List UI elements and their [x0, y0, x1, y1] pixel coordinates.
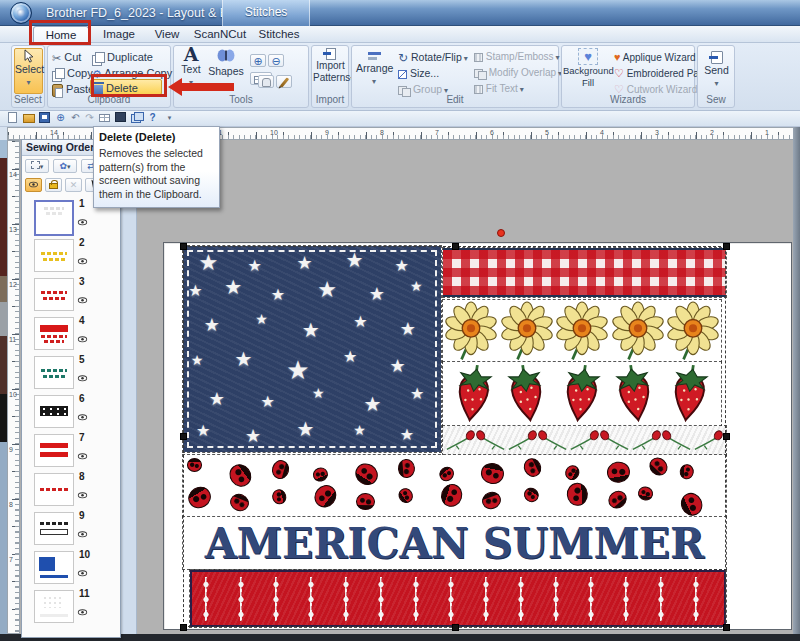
rotate-flip-button[interactable]: ↻ Rotate/Flip▾	[398, 49, 468, 65]
tab-scanncut[interactable]: ScanNCut	[191, 26, 249, 43]
visibility-eye-icon[interactable]	[78, 564, 87, 579]
copy-icon	[52, 68, 64, 80]
selection-handle[interactable]	[723, 624, 730, 631]
strawberry-motif	[498, 360, 557, 432]
zoom-out-button[interactable]: ⊖	[268, 54, 284, 67]
import-patterns-button[interactable]: Import Patterns▾	[313, 48, 348, 85]
daisy-row-pattern[interactable]	[443, 300, 721, 362]
send-button[interactable]: Send▾	[700, 48, 733, 90]
select-tool-button[interactable]: Select ▾	[14, 48, 43, 94]
sewing-order-item[interactable]: 7	[22, 432, 120, 470]
ladybug-motif	[397, 458, 416, 478]
zoom-button[interactable]: ⊕	[53, 112, 68, 125]
text-pattern[interactable]: AMERICAN SUMMER	[183, 517, 726, 569]
lock-button[interactable]	[45, 178, 62, 192]
tab-view[interactable]: View	[148, 26, 186, 43]
duplicate-button[interactable]: Duplicate	[92, 49, 153, 65]
selection-handle[interactable]	[452, 624, 459, 631]
selection-handle[interactable]	[452, 243, 459, 250]
visibility-eye-icon[interactable]	[78, 603, 87, 618]
cut-button[interactable]: ✂ Cut	[52, 49, 81, 65]
send-icon	[711, 51, 723, 64]
panel-dock-gap	[121, 140, 137, 634]
ladybug-motif	[187, 458, 202, 472]
select-dropdown-caret[interactable]: ▾	[26, 78, 30, 87]
save-button[interactable]	[37, 112, 52, 125]
ladybug-motif	[480, 489, 504, 512]
sewing-order-item[interactable]: 11	[22, 588, 120, 626]
strawberry-row-pattern[interactable]	[443, 362, 721, 426]
visibility-eye-icon[interactable]	[78, 486, 87, 501]
color-sort-button[interactable]: ✿▾	[53, 159, 77, 173]
tab-image[interactable]: Image	[95, 26, 143, 43]
sewing-item-thumbnail[interactable]	[34, 395, 74, 428]
floral-stripe-pattern[interactable]	[190, 570, 726, 627]
sewing-item-thumbnail[interactable]	[34, 317, 74, 350]
sewing-item-thumbnail[interactable]	[34, 512, 74, 545]
x-icon: ✕	[70, 180, 78, 190]
background-fill-button[interactable]: ♥ Background Fill	[563, 48, 613, 89]
visibility-toggle-button[interactable]	[25, 178, 42, 192]
design-property-button[interactable]	[97, 112, 112, 125]
visibility-eye-icon[interactable]	[78, 291, 87, 306]
contextual-tab-group-stitches: Stitches	[222, 0, 310, 26]
sewing-order-item[interactable]: 8	[22, 471, 120, 509]
tab-stitches[interactable]: Stitches	[253, 26, 305, 43]
arrange-icon	[368, 52, 381, 62]
sewing-order-item[interactable]: 4	[22, 315, 120, 353]
star-patch-pattern[interactable]: ★★★★★★★★★★★★★★★★★★★★★★★★★★★★★★★	[183, 246, 441, 452]
ladybug-row-pattern[interactable]	[183, 455, 726, 517]
ruler-number: 10	[9, 391, 17, 398]
select-frame-button[interactable]: ▾	[25, 159, 49, 173]
selection-handle[interactable]	[180, 243, 187, 250]
sewing-item-thumbnail[interactable]	[34, 200, 74, 236]
pan-button[interactable]	[258, 75, 274, 88]
visibility-eye-icon[interactable]	[78, 447, 87, 462]
size-button[interactable]: Size...	[398, 65, 439, 81]
sewing-order-item[interactable]: 10	[22, 549, 120, 587]
sewing-order-item[interactable]: 6	[22, 393, 120, 431]
open-button[interactable]	[21, 112, 36, 125]
sewing-item-thumbnail[interactable]	[34, 473, 74, 506]
visibility-eye-icon[interactable]	[78, 369, 87, 384]
sewing-order-item[interactable]: 9	[22, 510, 120, 548]
sewing-order-item[interactable]: 2	[22, 237, 120, 275]
sewing-order-item[interactable]: 3	[22, 276, 120, 314]
toolbar-options-caret[interactable]: ▾	[162, 112, 177, 125]
selection-handle[interactable]	[180, 624, 187, 631]
undo-button[interactable]: ↶	[68, 112, 83, 125]
sewing-item-thumbnail[interactable]	[34, 551, 74, 584]
rosebud-row-pattern[interactable]	[443, 426, 726, 455]
sewing-item-thumbnail[interactable]	[34, 434, 74, 467]
applique-wizard-button[interactable]: ♥ Applique Wizard	[614, 49, 696, 65]
ladybug-motif	[271, 488, 288, 506]
realistic-view-button[interactable]	[113, 112, 128, 125]
sewing-item-thumbnail[interactable]	[34, 590, 74, 623]
gingham-stripe-pattern[interactable]	[443, 248, 726, 297]
help-button[interactable]: ?	[145, 112, 160, 125]
visibility-eye-icon[interactable]	[78, 330, 87, 345]
layers-button[interactable]	[129, 112, 144, 125]
redo-button[interactable]: ↷	[82, 112, 97, 125]
star-glyph: ★	[248, 258, 262, 274]
selection-handle[interactable]	[180, 433, 187, 440]
star-glyph: ★	[297, 419, 315, 439]
visibility-eye-icon[interactable]	[78, 525, 87, 540]
zoom-in-button[interactable]: ⊕	[250, 54, 266, 67]
sewing-order-item[interactable]: 5	[22, 354, 120, 392]
visibility-eye-icon[interactable]	[78, 252, 87, 267]
visibility-eye-icon[interactable]	[78, 213, 87, 228]
lock-icon	[49, 183, 58, 189]
new-document-button[interactable]	[5, 112, 20, 125]
visibility-eye-icon[interactable]	[78, 408, 87, 423]
white-flower-column	[655, 577, 667, 621]
rotation-handle[interactable]	[497, 229, 505, 237]
sewing-item-thumbnail[interactable]	[34, 239, 74, 272]
arrange-button[interactable]: Arrange▾	[356, 48, 392, 88]
sewing-item-thumbnail[interactable]	[34, 278, 74, 311]
sewing-item-thumbnail[interactable]	[34, 356, 74, 389]
selection-handle[interactable]	[723, 433, 730, 440]
measure-button[interactable]	[276, 75, 292, 88]
copy-button[interactable]: Copy	[52, 65, 93, 81]
selection-handle[interactable]	[723, 243, 730, 250]
